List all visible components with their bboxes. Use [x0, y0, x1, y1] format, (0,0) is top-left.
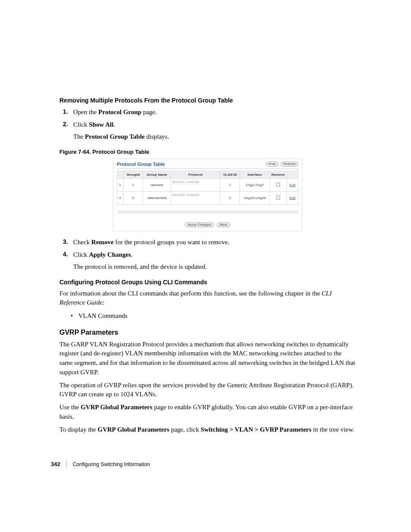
divider: [117, 168, 299, 169]
heading-cli: Configuring Protocol Groups Using CLI Co…: [59, 279, 356, 286]
gvrp-p4-pre: To display the: [59, 426, 98, 433]
cell-groupname: dellcolumbia: [143, 191, 171, 204]
cell-interface: 1/xg19-1/xg24: [240, 191, 270, 204]
cell-edit: Edit: [286, 178, 298, 191]
apply-changes-button[interactable]: Apply Changes: [185, 222, 214, 227]
protocol-group-table: GroupId Group Name Protocol VLAN ID Inte…: [117, 171, 299, 218]
gvrp-p1: The GARP VLAN Registration Protocol prov…: [59, 340, 356, 377]
cell-protocol: 0x9167,0x9188: [171, 178, 220, 191]
screenshot-panel: Protocol Group Table Print Refresh Group…: [113, 159, 302, 232]
cell-interface: 1/xg1-1/xg7: [240, 178, 270, 191]
cli-bullet-list: VLAN Commands: [59, 311, 356, 321]
cell-groupid: 1: [123, 178, 143, 191]
step-4-post: .: [131, 251, 133, 258]
print-button[interactable]: Print: [266, 162, 279, 167]
step-2-post: .: [113, 121, 115, 128]
cell-remove: [270, 191, 287, 204]
table-row: 1 1 ravindra 0x9167,0x9188 1 1/xg1-1/xg7…: [117, 178, 299, 191]
gvrp-p4-mid: page, click: [169, 426, 200, 433]
step-2: Click Show All. The Protocol Group Table…: [59, 120, 356, 142]
cli-body-post: :: [103, 299, 104, 306]
step-1-text: Open the: [73, 109, 98, 115]
edit-link[interactable]: Edit: [290, 183, 296, 187]
steps-list-remove: Check Remove for the protocol groups you…: [59, 237, 356, 272]
cell-protocol: 0x9192,0x9193: [171, 191, 220, 204]
th-groupname: Group Name: [143, 171, 171, 178]
step-1-bold: Protocol Group: [98, 109, 141, 115]
screenshot-title: Protocol Group Table: [117, 162, 165, 167]
step-4-text: Click: [73, 251, 89, 258]
remove-checkbox[interactable]: [276, 196, 280, 199]
cli-body-pre: For information about the CLI commands t…: [59, 290, 322, 297]
cell-edit: Edit: [286, 191, 298, 204]
cell-groupname: ravindra: [143, 178, 171, 191]
cell-remove: [270, 178, 287, 191]
gvrp-p3: Use the GVRP Global Parameters page to e…: [59, 403, 356, 422]
table-bottom-bar: [117, 210, 299, 214]
cell-idx: 2: [117, 191, 124, 204]
figure-caption: Figure 7-64. Protocol Group Table: [59, 149, 356, 155]
edit-link[interactable]: Edit: [290, 196, 296, 200]
gvrp-p4-b1: GVRP Global Parameters: [98, 426, 170, 433]
footer-divider: [66, 461, 67, 467]
table-header-row: GroupId Group Name Protocol VLAN ID Inte…: [117, 171, 299, 178]
screenshot-header: Protocol Group Table Print Refresh: [113, 159, 302, 168]
steps-list-open: Open the Protocol Group page. Click Show…: [59, 107, 356, 142]
step-2-sub-bold: Protocol Group Table: [85, 133, 145, 140]
step-3-text: Check: [73, 239, 91, 246]
gvrp-p4: To display the GVRP Global Parameters pa…: [59, 425, 356, 435]
cli-body: For information about the CLI commands t…: [59, 289, 356, 308]
step-2-sub-post: displays.: [145, 133, 169, 140]
step-1-post: page.: [141, 109, 157, 115]
page-number: 342: [51, 461, 60, 467]
th-edit: [286, 171, 298, 178]
page-footer: 342 Configuring Switching Information: [51, 461, 150, 467]
remove-checkbox[interactable]: [276, 183, 280, 187]
heading-gvrp: GVRP Parameters: [59, 329, 356, 336]
cell-vlanid: 1: [220, 178, 240, 191]
step-2-text: Click: [73, 121, 89, 128]
cell-vlanid: 2: [220, 191, 240, 204]
gvrp-p4-b2: Switching > VLAN > GVRP Parameters: [201, 426, 311, 433]
gvrp-p3-pre: Use the: [59, 404, 81, 411]
table-footer-pad: [117, 204, 299, 217]
refresh-button[interactable]: Refresh: [280, 162, 299, 167]
table-row: 2 2 dellcolumbia 0x9192,0x9193 2 1/xg19-…: [117, 191, 299, 204]
th-protocol: Protocol: [171, 171, 220, 178]
step-2-sub-pre: The: [73, 133, 85, 140]
cli-bullet-item: VLAN Commands: [78, 311, 356, 321]
th-remove: Remove: [270, 171, 287, 178]
step-4: Click Apply Changes. The protocol is rem…: [59, 250, 356, 272]
th-groupid: GroupId: [123, 171, 143, 178]
step-4-sub: The protocol is removed, and the device …: [73, 262, 356, 272]
cell-groupid: 2: [123, 191, 143, 204]
gvrp-p2: The operation of GVRP relies upon the se…: [59, 381, 356, 400]
th-row: [117, 171, 124, 178]
step-3-bold: Remove: [91, 239, 114, 246]
footer-section: Configuring Switching Information: [73, 461, 150, 467]
screenshot-footer: Apply Changes Back: [113, 221, 302, 231]
gvrp-p3-bold: GVRP Global Parameters: [81, 404, 153, 411]
step-4-bold: Apply Changes: [89, 251, 131, 258]
step-3-post: for the protocol groups you want to remo…: [114, 239, 230, 246]
step-2-bold: Show All: [89, 121, 113, 128]
heading-removing: Removing Multiple Protocols From the Pro…: [59, 97, 356, 104]
gvrp-p4-post: in the tree view.: [311, 426, 354, 433]
step-3: Check Remove for the protocol groups you…: [59, 237, 356, 247]
cell-idx: 1: [117, 178, 124, 191]
th-vlanid: VLAN ID: [220, 171, 240, 178]
step-1: Open the Protocol Group page.: [59, 107, 356, 117]
th-interface: Interface: [240, 171, 270, 178]
back-button[interactable]: Back: [217, 222, 230, 227]
